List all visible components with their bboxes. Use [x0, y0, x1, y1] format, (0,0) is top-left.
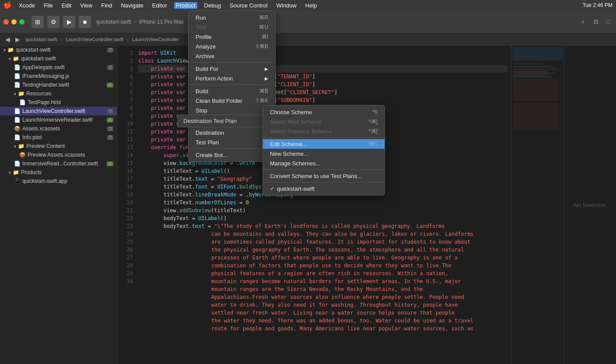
sidebar-badge-appdelegate: ? [107, 65, 113, 70]
menu-profile-shortcut: ⌘I [262, 34, 268, 40]
code-line-38: mountain ranges are the Sierra Nevada, t… [138, 285, 508, 293]
canvas-btn[interactable]: □ [604, 18, 612, 26]
menubar-source-control[interactable]: Source Control [228, 2, 270, 9]
submenu-quickstart-swift[interactable]: ✓ quickstart-swift [263, 184, 385, 193]
menubar-debug[interactable]: Debug [203, 2, 223, 9]
code-line-27: view.addSubview(titleText) [138, 206, 508, 214]
code-line-36: physical features of a region are often … [138, 270, 508, 277]
sidebar-item-assets[interactable]: 📦 Assets.xcassets ? [0, 124, 117, 133]
sidebar-item-immersive[interactable]: 📄 LaunchImmersiveReader.swift A [0, 116, 117, 124]
menubar-edit[interactable]: Edit [60, 2, 73, 9]
sidebar-item-launch[interactable]: 📄 LaunchViewController.swift ? [0, 107, 117, 116]
menu-analyze[interactable]: Analyze ⇧⌘B [189, 42, 275, 51]
menubar-help[interactable]: Help [304, 2, 319, 9]
no-selection-panel: No Selection [564, 46, 616, 364]
sidebar-label-quickstart: quickstart-swift [21, 56, 113, 62]
close-button[interactable] [4, 19, 9, 24]
menu-create-bot-label: Create Bot... [196, 152, 268, 158]
fullscreen-button[interactable] [19, 19, 24, 24]
menu-profile[interactable]: Profile ⌘I [189, 32, 275, 42]
back-btn[interactable]: ◀ [4, 35, 12, 44]
sidebar-item-resources[interactable]: ▾ 📁 Resources [0, 89, 117, 98]
menu-run[interactable]: Run ⌘R [189, 13, 275, 22]
debug-btn[interactable]: ⚙ [47, 16, 60, 28]
html-file-icon: 📄 [19, 99, 26, 105]
sidebar-label-info: Info.plist [22, 134, 105, 140]
sidebar-item-immersive-controller[interactable]: 📄 ImmersiveRead...Controller.swift A [0, 159, 117, 168]
sidebar-item-testpage[interactable]: 📄 TestPage.html [0, 98, 117, 107]
sidebar-item-quickstart[interactable]: ▾ 📁 quickstart-swift [0, 54, 117, 63]
menubar-navigate[interactable]: Navigate [119, 2, 145, 9]
submenu-arrow-buildfor: ▶ [265, 66, 268, 71]
menubar-product[interactable]: Product [174, 2, 197, 9]
minimize-button[interactable] [11, 19, 17, 24]
submenu-next-scheme[interactable]: Select Next Scheme ^⌘] [263, 117, 385, 126]
forward-btn[interactable]: ▶ [14, 35, 22, 44]
chevron-right-icon-3: ▾ [9, 170, 11, 175]
destination-test-plan-label: Destination Test Plan [183, 118, 237, 124]
add-editor-btn[interactable]: ＋ [578, 17, 588, 27]
stop-button[interactable]: ■ [79, 16, 91, 28]
menu-build-for-label: Build For [196, 66, 265, 72]
menu-run-shortcut: ⌘R [259, 14, 268, 21]
menubar-editor[interactable]: Editor [150, 2, 169, 9]
menu-analyze-shortcut: ⇧⌘B [255, 43, 268, 49]
swift-file-icon-4: 📄 [14, 117, 21, 123]
menu-clean-label: Clean Build Folder [196, 98, 252, 104]
scheme-navigator-btn[interactable]: ⊞ [32, 16, 44, 28]
sidebar-item-appdelegate[interactable]: 📄 AppDelegate.swift ? [0, 63, 117, 72]
menubar-find[interactable]: Find [99, 2, 114, 9]
menu-destination-label: Destination [196, 130, 265, 136]
submenu-manage-schemes[interactable]: Manage Schemes... [263, 158, 385, 168]
sidebar-label-immersive-controller: ImmersiveRead...Controller.swift [22, 161, 105, 167]
menu-build[interactable]: Build ⌘B [189, 86, 275, 96]
submenu-edit-scheme-shortcut: ⌘< [369, 141, 378, 147]
menubar-view[interactable]: View [78, 2, 94, 9]
menu-clean-build[interactable]: Clean Build Folder ⇧⌘K [189, 96, 275, 105]
app-icon: 📱 [14, 178, 21, 184]
submenu-edit-scheme-label: Edit Scheme... [270, 141, 366, 147]
swift-file-icon-2: 📄 [14, 82, 21, 88]
submenu-sep-1 [263, 137, 385, 138]
sidebar-label-resources: Resources [26, 91, 113, 97]
apple-menu[interactable]: 🍎 [4, 1, 12, 9]
sidebar-item-info[interactable]: 📄 Info.plist ? [0, 133, 117, 142]
submenu-new-scheme-label: New Scheme... [270, 150, 378, 157]
assets-icon-2: 📦 [19, 152, 26, 158]
sidebar-badge-info: ? [107, 135, 113, 140]
chevron-right-icon: ▾ [14, 91, 16, 96]
sidebar-item-preview-assets[interactable]: 📦 Preview Assets.xcassets [0, 150, 117, 159]
menubar-right: Tue 2:46 PM [583, 2, 612, 8]
submenu-edit-scheme[interactable]: Edit Scheme... ⌘< [263, 139, 385, 149]
menubar-xcode[interactable]: Xcode [17, 2, 37, 9]
menu-test[interactable]: Test ⌘U [189, 22, 275, 32]
sidebar-item-testing[interactable]: 📄 TestingHandler.swift A [0, 80, 117, 89]
sidebar: ▾ 📁 quickstart-swift ? ▾ 📁 quickstart-sw… [0, 46, 117, 364]
submenu-convert-testplans[interactable]: Convert Scheme to use Test Plans... [263, 171, 385, 181]
sidebar-item-products[interactable]: ▾ 📁 Products [0, 168, 117, 177]
folder-icon-4: 📁 [18, 143, 24, 149]
sidebar-label-immersive: LaunchImmersiveReader.swift [22, 117, 105, 123]
code-line-30: bodyText.text = "\"The study of Earth's … [138, 222, 508, 230]
menu-build-for[interactable]: Build For ▶ [189, 64, 275, 74]
code-line-39: Appalachians.Fresh water sources also in… [138, 293, 508, 301]
swift-file-icon-5: 📄 [14, 161, 21, 167]
menu-perform-action[interactable]: Perform Action ▶ [189, 74, 275, 83]
destination-test-plan-header: Destination Test Plan [178, 115, 270, 127]
sidebar-item-app[interactable]: 📱 quickstart-swift.app [0, 177, 117, 186]
menubar-window[interactable]: Window [275, 2, 298, 9]
menu-test-label: Test [196, 24, 256, 31]
code-line-29: bodyText = UILabel() [138, 214, 508, 222]
run-button[interactable]: ▶ [63, 16, 75, 28]
file-breadcrumb-file: LaunchViewController.swift [64, 37, 125, 42]
breadcrumb-sep1: › [61, 37, 63, 42]
split-view-btn[interactable]: ⊟ [591, 18, 601, 26]
sidebar-item-iframe[interactable]: 📄 iFrameMessaging.js [0, 72, 117, 80]
submenu-choose-scheme[interactable]: Choose Scheme ^0 [263, 107, 385, 117]
submenu-prev-scheme[interactable]: Select Previous Scheme ^⌘[ [263, 126, 385, 136]
menu-archive[interactable]: Archive [189, 51, 275, 61]
menubar-file[interactable]: File [42, 2, 55, 9]
sidebar-item-project[interactable]: ▾ 📁 quickstart-swift ? [0, 46, 117, 54]
sidebar-item-preview-content[interactable]: ▾ 📁 Preview Content [0, 142, 117, 150]
submenu-new-scheme[interactable]: New Scheme... [263, 149, 385, 158]
